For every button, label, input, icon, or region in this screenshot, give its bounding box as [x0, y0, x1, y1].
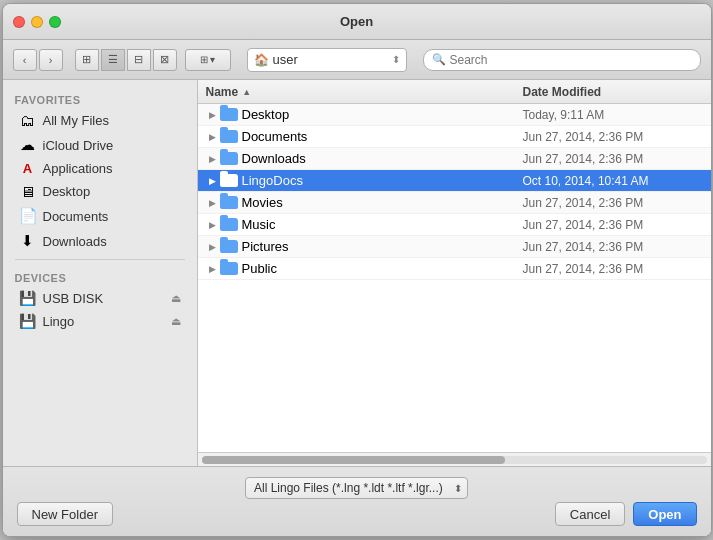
horizontal-scrollbar[interactable]	[198, 452, 711, 466]
file-name: Music	[242, 217, 523, 232]
file-name: Documents	[242, 129, 523, 144]
table-row[interactable]: ▶DownloadsJun 27, 2014, 2:36 PM	[198, 148, 711, 170]
file-list-header: Name ▲ Date Modified	[198, 80, 711, 104]
maximize-button[interactable]	[49, 16, 61, 28]
device-label: USB DISK	[43, 291, 165, 306]
sidebar-item-desktop[interactable]: 🖥 Desktop	[7, 180, 193, 203]
file-date: Jun 27, 2014, 2:36 PM	[523, 130, 703, 144]
table-row[interactable]: ▶PublicJun 27, 2014, 2:36 PM	[198, 258, 711, 280]
expand-arrow-icon: ▶	[206, 242, 220, 252]
sidebar-divider	[15, 259, 185, 260]
sidebar-item-lingo[interactable]: 💾 Lingo ⏏	[7, 310, 193, 332]
expand-arrow-icon: ▶	[206, 132, 220, 142]
sidebar-item-label: Downloads	[43, 234, 107, 249]
location-stepper-icon[interactable]: ⬍	[392, 54, 400, 65]
device-label: Lingo	[43, 314, 165, 329]
cancel-button[interactable]: Cancel	[555, 502, 625, 526]
sidebar-item-label: Applications	[43, 161, 113, 176]
folder-icon	[220, 194, 238, 212]
forward-button[interactable]: ›	[39, 49, 63, 71]
sidebar-item-downloads[interactable]: ⬇ Downloads	[7, 229, 193, 253]
file-date: Jun 27, 2014, 2:36 PM	[523, 218, 703, 232]
file-date: Jun 27, 2014, 2:36 PM	[523, 262, 703, 276]
lingo-eject-button[interactable]: ⏏	[171, 315, 181, 328]
usb-disk-icon: 💾	[19, 290, 37, 306]
folder-icon	[220, 106, 238, 124]
sidebar-item-label: Documents	[43, 209, 109, 224]
lingo-icon: 💾	[19, 313, 37, 329]
icloud-drive-icon: ☁	[19, 136, 37, 154]
coverflow-view-button[interactable]: ⊠	[153, 49, 177, 71]
folder-icon	[220, 172, 238, 190]
file-name: Public	[242, 261, 523, 276]
scrollbar-thumb[interactable]	[202, 456, 505, 464]
downloads-icon: ⬇	[19, 232, 37, 250]
arrange-button[interactable]: ⊞ ▾	[185, 49, 231, 71]
usb-disk-eject-button[interactable]: ⏏	[171, 292, 181, 305]
new-folder-button[interactable]: New Folder	[17, 502, 113, 526]
table-row[interactable]: ▶DocumentsJun 27, 2014, 2:36 PM	[198, 126, 711, 148]
open-button[interactable]: Open	[633, 502, 696, 526]
column-view-button[interactable]: ⊟	[127, 49, 151, 71]
content-area: Favorites 🗂 All My Files ☁ iCloud Drive …	[3, 80, 711, 466]
expand-arrow-icon: ▶	[206, 176, 220, 186]
back-button[interactable]: ‹	[13, 49, 37, 71]
location-folder-icon: 🏠	[254, 53, 269, 67]
file-name: Movies	[242, 195, 523, 210]
column-header-name[interactable]: Name ▲	[206, 85, 523, 99]
location-text: user	[273, 52, 392, 67]
folder-icon	[220, 260, 238, 278]
sidebar-item-usb-disk[interactable]: 💾 USB DISK ⏏	[7, 287, 193, 309]
search-bar[interactable]: 🔍	[423, 49, 701, 71]
sidebar-item-icloud-drive[interactable]: ☁ iCloud Drive	[7, 133, 193, 157]
folder-icon	[220, 150, 238, 168]
file-type-wrapper: All Lingo Files (*.lng *.ldt *.ltf *.lgr…	[245, 477, 468, 499]
location-bar[interactable]: 🏠 user ⬍	[247, 48, 407, 72]
file-type-row: All Lingo Files (*.lng *.ldt *.ltf *.lgr…	[17, 477, 697, 499]
traffic-lights	[13, 16, 61, 28]
buttons-row: New Folder Cancel Open	[17, 502, 697, 526]
documents-icon: 📄	[19, 207, 37, 225]
table-row[interactable]: ▶PicturesJun 27, 2014, 2:36 PM	[198, 236, 711, 258]
file-date: Jun 27, 2014, 2:36 PM	[523, 240, 703, 254]
close-button[interactable]	[13, 16, 25, 28]
file-name: Pictures	[242, 239, 523, 254]
search-input[interactable]	[450, 53, 692, 67]
expand-arrow-icon: ▶	[206, 220, 220, 230]
table-row[interactable]: ▶DesktopToday, 9:11 AM	[198, 104, 711, 126]
list-view-button[interactable]: ☰	[101, 49, 125, 71]
icon-view-button[interactable]: ⊞	[75, 49, 99, 71]
file-date: Jun 27, 2014, 2:36 PM	[523, 152, 703, 166]
chevron-down-icon: ▾	[210, 54, 215, 65]
nav-buttons: ‹ ›	[13, 49, 63, 71]
sidebar-item-all-my-files[interactable]: 🗂 All My Files	[7, 109, 193, 132]
sidebar-item-applications[interactable]: A Applications	[7, 158, 193, 179]
devices-header: Devices	[3, 266, 197, 286]
file-date: Today, 9:11 AM	[523, 108, 703, 122]
column-header-date[interactable]: Date Modified	[523, 85, 703, 99]
minimize-button[interactable]	[31, 16, 43, 28]
file-list-container: Name ▲ Date Modified ▶DesktopToday, 9:11…	[198, 80, 711, 466]
sidebar-item-label: All My Files	[43, 113, 109, 128]
favorites-header: Favorites	[3, 88, 197, 108]
titlebar: Open	[3, 4, 711, 40]
btn-group: Cancel Open	[555, 502, 697, 526]
scrollbar-track	[202, 456, 707, 464]
folder-icon	[220, 216, 238, 234]
table-row[interactable]: ▶MoviesJun 27, 2014, 2:36 PM	[198, 192, 711, 214]
table-row[interactable]: ▶LingoDocsOct 10, 2014, 10:41 AM	[198, 170, 711, 192]
folder-icon	[220, 128, 238, 146]
sidebar-item-label: iCloud Drive	[43, 138, 114, 153]
grid-icon: ⊞	[200, 54, 208, 65]
file-name: LingoDocs	[242, 173, 523, 188]
file-type-select[interactable]: All Lingo Files (*.lng *.ldt *.ltf *.lgr…	[245, 477, 468, 499]
file-name: Desktop	[242, 107, 523, 122]
table-row[interactable]: ▶MusicJun 27, 2014, 2:36 PM	[198, 214, 711, 236]
file-date: Oct 10, 2014, 10:41 AM	[523, 174, 703, 188]
expand-arrow-icon: ▶	[206, 154, 220, 164]
file-name: Downloads	[242, 151, 523, 166]
window-title: Open	[340, 14, 373, 29]
sort-arrow-icon: ▲	[242, 87, 251, 97]
sidebar-item-label: Desktop	[43, 184, 91, 199]
sidebar-item-documents[interactable]: 📄 Documents	[7, 204, 193, 228]
